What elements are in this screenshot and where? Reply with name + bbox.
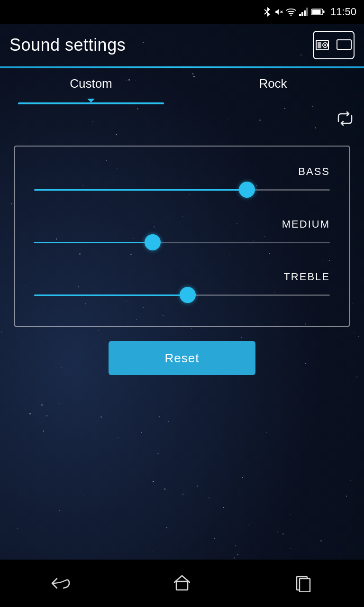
svg-rect-11 (323, 10, 324, 13)
tab-custom[interactable]: Custom (0, 66, 182, 104)
bass-fill (34, 189, 247, 191)
mute-icon (274, 7, 283, 17)
speaker-mode-button[interactable] (313, 31, 355, 59)
svg-rect-5 (299, 14, 301, 16)
signal-icon (299, 8, 309, 16)
svg-rect-16 (337, 40, 351, 49)
status-icons: 11:50 (263, 6, 356, 18)
medium-fill (34, 242, 153, 243)
medium-label: MEDIUM (34, 218, 330, 230)
header: Sound settings (0, 24, 364, 66)
svg-rect-19 (176, 581, 188, 590)
bass-slider-container (34, 183, 330, 197)
svg-point-4 (291, 15, 292, 16)
bass-label: BASS (34, 166, 330, 178)
bluetooth-icon (263, 7, 272, 17)
svg-rect-8 (306, 8, 308, 16)
controls-row (0, 104, 364, 136)
battery-icon (311, 8, 325, 16)
bass-thumb[interactable] (239, 182, 255, 198)
equalizer-box: BASS MEDIUM TREBLE (14, 146, 350, 327)
svg-line-0 (264, 9, 267, 12)
page-title: Sound settings (9, 35, 126, 55)
status-bar: 11:50 (0, 0, 364, 24)
home-button[interactable] (168, 569, 196, 598)
medium-row: MEDIUM (34, 218, 330, 249)
svg-rect-7 (304, 10, 306, 16)
svg-line-1 (264, 12, 267, 14)
treble-thumb[interactable] (180, 287, 196, 303)
treble-label: TREBLE (34, 271, 330, 283)
treble-slider-container (34, 288, 330, 302)
bass-row: BASS (34, 166, 330, 197)
repeat-shuffle-button[interactable] (336, 109, 355, 131)
bottom-nav (0, 560, 364, 607)
reset-button[interactable]: Reset (109, 341, 255, 375)
svg-rect-21 (300, 579, 310, 592)
time-display: 11:50 (330, 6, 356, 18)
wifi-icon (286, 8, 296, 16)
speaker-icon (316, 38, 334, 52)
medium-slider-container (34, 235, 330, 249)
tab-bar: Custom Rock (0, 66, 364, 104)
svg-rect-10 (312, 10, 320, 14)
svg-point-15 (324, 44, 326, 46)
treble-row: TREBLE (34, 271, 330, 302)
tab-rock[interactable]: Rock (182, 66, 364, 104)
treble-fill (34, 294, 188, 296)
svg-rect-6 (301, 12, 303, 16)
recents-button[interactable] (289, 569, 318, 598)
back-button[interactable] (46, 569, 75, 598)
screen-icon (337, 39, 352, 51)
svg-rect-13 (318, 42, 321, 48)
medium-thumb[interactable] (145, 234, 161, 250)
